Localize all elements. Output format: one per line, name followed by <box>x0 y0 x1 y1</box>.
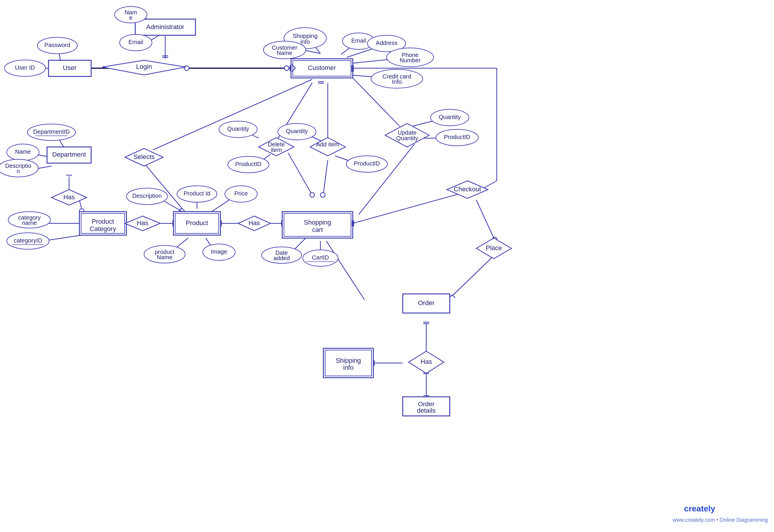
has-order-label: Has <box>420 358 432 365</box>
updateqty-prodid-label: ProductID <box>444 134 470 140</box>
shoppinginfo-label-2: info <box>300 39 310 45</box>
conn-deleteitem-cart <box>288 153 312 194</box>
additem-label1: Add item <box>316 141 340 148</box>
has-dept-prodcat-label: Has <box>63 193 75 201</box>
conn-additem-cart <box>323 160 328 194</box>
selects-label: Selects <box>133 153 155 160</box>
customer-email-label: Email <box>351 37 366 44</box>
diagram-canvas: Administrator User Login Customer Depart… <box>0 0 774 532</box>
password-label: Password <box>44 42 70 48</box>
shoppinginfo-label-1: Shopping <box>293 33 318 39</box>
deleteitem-prodid-label: ProductID <box>235 161 262 167</box>
product-label: Product <box>186 219 208 227</box>
er-diagram: Administrator User Login Customer Depart… <box>0 0 774 532</box>
order-label: Order <box>418 299 434 307</box>
conn-dateadded-cart <box>294 238 306 250</box>
shoppingcart-label1: Shopping <box>304 219 331 226</box>
updateqty-qty-label: Quantity <box>439 114 461 120</box>
image-label: Image <box>211 248 227 255</box>
conn-address-customer <box>347 48 373 57</box>
address-label: Address <box>376 40 397 46</box>
catid-label: categoryID <box>14 237 42 244</box>
shippinginfo-label1: Shipping <box>336 357 361 364</box>
checkout-label: Checkout <box>454 185 481 193</box>
creditcard-label2: Info <box>392 78 402 85</box>
prodname-label2: Name <box>157 254 172 260</box>
userid-label: User ID <box>15 64 35 71</box>
additem-qty-label: Quantity <box>286 128 308 134</box>
cartid-label: CartID <box>312 254 329 261</box>
deleteitem-label2: item <box>271 147 282 153</box>
conn-cart-has4-top <box>326 241 365 300</box>
conn-checkout-place <box>476 200 494 238</box>
productid-label: Product Id <box>183 190 210 197</box>
user-label: User <box>63 64 76 71</box>
administrator-label: Administrator <box>146 23 184 31</box>
svg-line-25 <box>452 295 455 298</box>
watermark-text: www.creately.com • Online Diagramming <box>672 517 768 523</box>
conn-cart-checkout <box>353 194 459 223</box>
conn-price-product <box>212 200 229 212</box>
productcategory-label1: Product <box>92 218 114 225</box>
updateqty-label2: Quantity <box>396 135 418 141</box>
has-prodcat-product-label: Has <box>137 219 148 227</box>
place-label: Place <box>486 244 502 252</box>
orderdetails-label2: details <box>417 407 436 414</box>
login-label: Login <box>136 63 152 70</box>
svg-point-17 <box>310 193 315 197</box>
dept-desc-label2: n <box>16 168 20 174</box>
shippinginfo-label2: info <box>343 364 353 371</box>
creately-logo: creately <box>684 504 715 513</box>
customer-label: Customer <box>308 64 336 71</box>
dept-name-label: Name <box>15 148 31 155</box>
customername-label2: Name <box>277 50 292 56</box>
productcategory-label2: Category <box>90 225 116 232</box>
has-product-cart-label: Has <box>248 219 260 227</box>
admin-name-label2: e <box>129 14 132 21</box>
shoppingcart-label2: cart <box>312 226 323 233</box>
phone-label2: Number <box>399 57 420 63</box>
department-label: Department <box>52 151 86 158</box>
conn-qty-updateqty <box>412 121 435 126</box>
conn-updateqty-cart <box>359 144 414 215</box>
dateadded-label2: added <box>273 255 290 261</box>
deptid-label: DepartmentID <box>33 128 70 135</box>
admin-email-label: Email <box>128 39 143 45</box>
svg-point-40 <box>284 66 289 71</box>
price-label: Price <box>234 190 248 197</box>
conn-place-order <box>453 256 494 295</box>
svg-point-18 <box>320 193 325 197</box>
product-desc-label: Description <box>132 193 162 199</box>
additem-prodid-label: ProductID <box>354 160 380 167</box>
catname-label2: name <box>22 220 37 226</box>
deleteitem-qty-label: Quantity <box>227 126 249 132</box>
svg-line-20 <box>182 208 185 211</box>
